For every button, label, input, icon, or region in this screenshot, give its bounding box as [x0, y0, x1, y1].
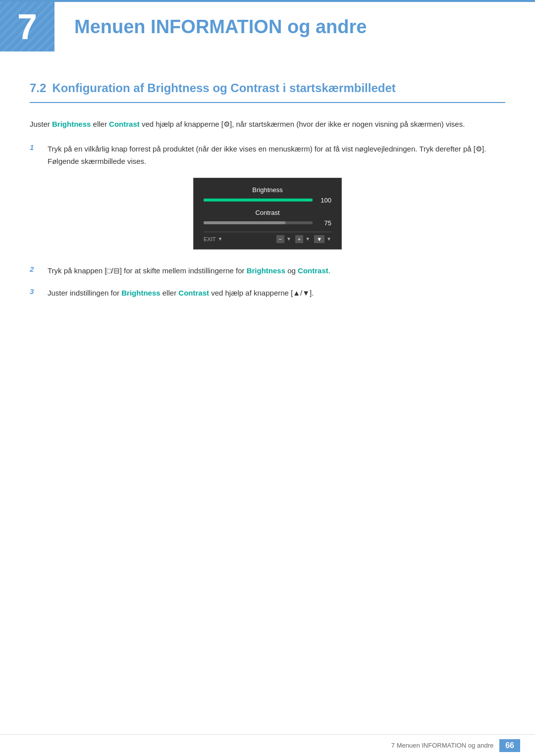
brightness-track: [204, 199, 313, 202]
contrast-value: 75: [318, 219, 331, 227]
step3-bold-contrast: Contrast: [178, 289, 209, 297]
ui-screenshot: Brightness 100 Contrast 75 EXIT ▼ −: [193, 178, 342, 250]
page-footer: 7 Menuen INFORMATION og andre 66: [0, 734, 535, 756]
intro-bold-brightness: Brightness: [52, 120, 91, 128]
contrast-slider-row: 75: [204, 219, 331, 227]
step-1-text: Tryk på en vilkårlig knap forrest på pro…: [48, 143, 505, 168]
step-3-number: 3: [30, 287, 40, 296]
brightness-row: Brightness 100: [204, 186, 331, 204]
section-title: Konfiguration af Brightness og Contrast …: [52, 81, 395, 95]
step-2: 2 Tryk på knappen [□/⊟] for at skifte me…: [30, 264, 505, 277]
brightness-fill: [204, 199, 313, 202]
chapter-number-block: 7: [0, 2, 54, 51]
step-2-number: 2: [30, 265, 40, 273]
footer-btn-plus[interactable]: +: [295, 235, 303, 243]
footer-text: 7 Menuen INFORMATION og andre: [391, 742, 493, 749]
step-3: 3 Juster indstillingen for Brightness el…: [30, 287, 505, 300]
footer-page-number: 66: [499, 739, 520, 752]
step2-bold-contrast: Contrast: [298, 266, 328, 275]
footer-btn2-arrow: ▼: [305, 236, 310, 242]
section-heading: 7.2 Konfiguration af Brightness og Contr…: [30, 81, 505, 103]
chapter-title-block: Menuen INFORMATION og andre: [54, 2, 535, 51]
brightness-value: 100: [318, 197, 331, 204]
step2-bold-brightness: Brightness: [247, 266, 285, 275]
step3-bold-brightness: Brightness: [121, 289, 160, 297]
step-1: 1 Tryk på en vilkårlig knap forrest på p…: [30, 143, 505, 168]
footer-btn1-arrow: ▼: [286, 236, 291, 242]
footer-btn3-arrow: ▼: [326, 236, 331, 242]
brightness-slider-row: 100: [204, 197, 331, 204]
footer-btn-down[interactable]: ▼: [314, 235, 324, 243]
section-number: 7.2: [30, 81, 46, 95]
step-1-number: 1: [30, 143, 40, 151]
brightness-label: Brightness: [204, 186, 331, 194]
chapter-title: Menuen INFORMATION og andre: [74, 16, 367, 38]
exit-label: EXIT: [204, 236, 215, 242]
ui-footer: EXIT ▼ − ▼ + ▼ ▼ ▼: [204, 232, 331, 243]
step-3-text: Juster indstillingen for Brightness elle…: [48, 287, 314, 300]
contrast-row: Contrast 75: [204, 209, 331, 227]
intro-bold-contrast: Contrast: [109, 120, 140, 128]
footer-btn-minus[interactable]: −: [276, 235, 284, 243]
intro-paragraph: Juster Brightness eller Contrast ved hjæ…: [30, 118, 505, 131]
step-2-text: Tryk på knappen [□/⊟] for at skifte mell…: [48, 264, 330, 277]
contrast-fill: [204, 221, 285, 224]
chapter-number: 7: [17, 6, 37, 47]
exit-arrow: ▼: [217, 236, 222, 242]
contrast-track: [204, 221, 313, 224]
contrast-label: Contrast: [204, 209, 331, 216]
chapter-header: 7 Menuen INFORMATION og andre: [0, 2, 535, 51]
main-content: 7.2 Konfiguration af Brightness og Contr…: [0, 81, 535, 349]
